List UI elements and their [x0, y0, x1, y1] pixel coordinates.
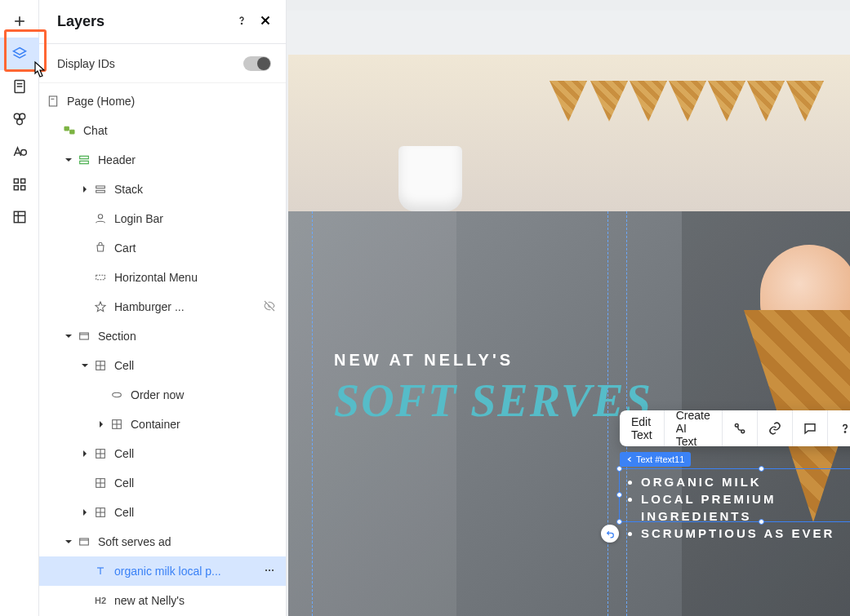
- guide-line: [312, 211, 313, 616]
- tree-item-order-now[interactable]: Order now: [39, 380, 286, 410]
- tree-item-cell-1[interactable]: Cell: [39, 351, 286, 380]
- caret-right-icon[interactable]: [95, 418, 108, 431]
- hero-subtitle[interactable]: NEW AT NELLY'S: [334, 351, 652, 370]
- text-icon: [93, 564, 108, 578]
- tree-item-cart[interactable]: Cart: [39, 233, 286, 263]
- tree-item-cell-2[interactable]: Cell: [39, 439, 286, 468]
- left-toolbar: [0, 0, 39, 616]
- caret-right-icon[interactable]: [78, 447, 91, 460]
- hidden-icon[interactable]: [263, 299, 276, 315]
- svg-point-10: [21, 150, 27, 156]
- svg-point-55: [269, 569, 270, 570]
- heading-icon: H2: [93, 593, 108, 608]
- page-icon: [46, 94, 60, 109]
- caret-down-icon[interactable]: [78, 359, 91, 372]
- button-icon: [109, 388, 124, 402]
- canvas[interactable]: NEW AT NELLY'S SOFT SERVES Edit Text Cre…: [287, 0, 850, 616]
- hero-title[interactable]: SOFT SERVES: [334, 374, 652, 427]
- layers-panel: Layers Display IDs Page (Home) Chat: [39, 0, 287, 616]
- tree-item-header[interactable]: Header: [39, 145, 286, 175]
- menu-icon: [93, 270, 108, 285]
- svg-marker-31: [96, 302, 105, 312]
- panel-header: Layers: [39, 0, 286, 44]
- svg-rect-25: [80, 156, 89, 158]
- svg-rect-28: [96, 190, 105, 193]
- grid-icon: [93, 476, 108, 490]
- tree-item-new-at-nellys[interactable]: H2 new at Nelly's: [39, 586, 286, 615]
- star-icon: [93, 299, 108, 314]
- canvas-topbar: [287, 0, 850, 11]
- cms-button[interactable]: [0, 201, 39, 233]
- stack-icon: [93, 182, 108, 197]
- help-button[interactable]: [828, 410, 850, 446]
- apps-button[interactable]: [0, 168, 39, 201]
- svg-rect-26: [80, 161, 89, 163]
- tree-item-section[interactable]: Section: [39, 321, 286, 351]
- svg-rect-27: [96, 186, 105, 188]
- svg-point-59: [844, 432, 845, 432]
- svg-point-58: [741, 430, 745, 433]
- create-ai-text-button[interactable]: Create AI Text: [665, 410, 723, 446]
- resize-handle[interactable]: [759, 519, 764, 525]
- svg-rect-50: [80, 538, 89, 545]
- comment-button[interactable]: [793, 410, 828, 446]
- section-icon: [77, 329, 91, 343]
- tree-item-login-bar[interactable]: Login Bar: [39, 204, 286, 233]
- tree-item-cell-3[interactable]: Cell: [39, 468, 286, 498]
- tree-item-hamburger[interactable]: Hamburger ...: [39, 292, 286, 321]
- site-styles-button[interactable]: [0, 103, 39, 135]
- help-icon[interactable]: [235, 14, 248, 30]
- caret-down-icon[interactable]: [62, 330, 75, 343]
- tree-item-horizontal-menu[interactable]: Horizontal Menu: [39, 263, 286, 292]
- svg-point-8: [17, 119, 23, 125]
- tree-item-container[interactable]: Container: [39, 410, 286, 439]
- selection-tag[interactable]: Text #text11: [620, 452, 691, 467]
- caret-down-icon[interactable]: [62, 153, 75, 166]
- tree-item-stack[interactable]: Stack: [39, 175, 286, 204]
- svg-point-7: [20, 113, 25, 119]
- svg-point-54: [265, 569, 267, 570]
- edit-text-button[interactable]: Edit Text: [620, 410, 665, 446]
- add-button[interactable]: [0, 5, 39, 38]
- more-icon[interactable]: [263, 564, 276, 579]
- svg-rect-23: [65, 126, 69, 131]
- close-icon[interactable]: [258, 13, 273, 31]
- svg-rect-11: [14, 179, 18, 183]
- layers-tree: Page (Home) Chat Header Stack: [39, 83, 286, 616]
- svg-rect-13: [14, 186, 18, 190]
- pages-button[interactable]: [0, 70, 39, 103]
- tree-item-page[interactable]: Page (Home): [39, 86, 286, 116]
- resize-handle[interactable]: [759, 466, 764, 472]
- hero-text-block: NEW AT NELLY'S SOFT SERVES: [334, 351, 652, 427]
- caret-down-icon[interactable]: [62, 535, 75, 548]
- panel-title: Layers: [57, 13, 105, 30]
- display-ids-toggle[interactable]: [243, 56, 271, 71]
- caret-right-icon[interactable]: [78, 506, 91, 519]
- animation-button[interactable]: [723, 410, 758, 446]
- undo-badge[interactable]: [601, 525, 619, 543]
- section-icon: [77, 534, 91, 549]
- tree-item-chat[interactable]: Chat: [39, 116, 286, 145]
- chat-icon: [62, 123, 77, 138]
- svg-point-37: [113, 392, 122, 397]
- resize-handle[interactable]: [616, 492, 622, 498]
- typography-button[interactable]: [0, 135, 39, 168]
- selection-box[interactable]: [619, 468, 850, 522]
- svg-rect-30: [96, 275, 105, 279]
- svg-rect-15: [14, 211, 24, 222]
- resize-handle[interactable]: [616, 519, 622, 525]
- svg-rect-14: [21, 186, 25, 190]
- svg-point-29: [98, 215, 102, 219]
- caret-right-icon[interactable]: [78, 183, 91, 196]
- svg-rect-32: [80, 333, 89, 339]
- svg-rect-24: [70, 130, 74, 134]
- cart-icon: [93, 241, 108, 255]
- tree-item-soft-serves-ad[interactable]: Soft serves ad: [39, 527, 286, 556]
- tree-item-organic-text[interactable]: organic milk local p...: [39, 556, 286, 586]
- grid-icon: [109, 417, 124, 432]
- resize-handle[interactable]: [616, 466, 622, 472]
- link-button[interactable]: [758, 410, 793, 446]
- svg-point-56: [272, 569, 274, 570]
- layers-toolbar-button[interactable]: [0, 38, 39, 70]
- tree-item-cell-4[interactable]: Cell: [39, 498, 286, 527]
